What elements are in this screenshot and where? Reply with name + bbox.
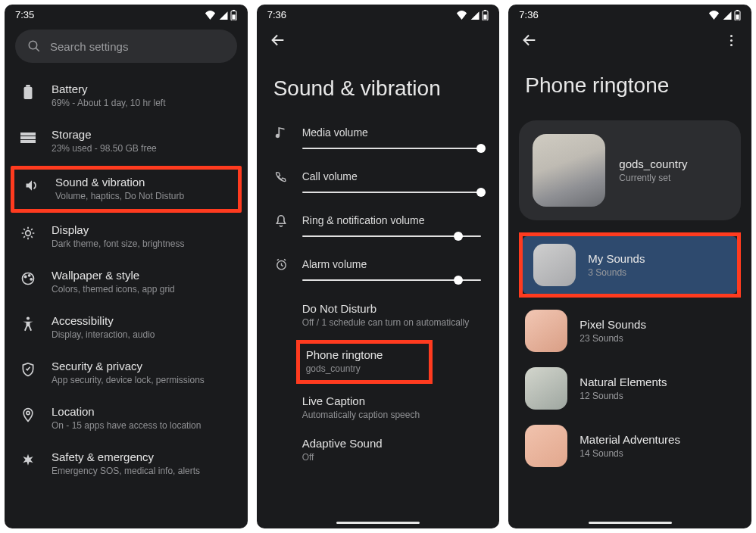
category-natural-elements[interactable]: Natural Elements12 Sounds [514,360,745,417]
emergency-icon [20,452,36,469]
status-bar: 7:35 [5,5,248,23]
live-caption-setting[interactable]: Live Caption Automatically caption speec… [257,387,500,429]
settings-item-display[interactable]: DisplayDark theme, font size, brightness [5,214,248,260]
category-my-sounds[interactable]: My Sounds3 Sounds [523,236,737,294]
svg-rect-9 [20,140,36,143]
svg-rect-1 [233,10,235,11]
volume-icon [23,177,40,194]
page-title: Sound & vibration [257,54,500,119]
category-pixel-sounds[interactable]: Pixel Sounds23 Sounds [514,302,745,360]
call-volume-slider[interactable] [302,192,482,193]
category-thumb [525,367,567,410]
ring-volume-slider[interactable] [302,235,482,237]
svg-point-3 [29,41,37,49]
wifi-icon [708,11,720,20]
alarm-volume-slider[interactable] [302,279,482,281]
svg-rect-23 [736,14,739,19]
storage-icon [20,129,36,146]
highlight-my-sounds: My Sounds3 Sounds [519,232,741,298]
svg-line-4 [36,48,39,51]
status-time: 7:36 [519,9,538,20]
nav-home-bar[interactable] [589,522,672,524]
page-title: Phone ringtone [508,54,751,116]
search-placeholder: Search settings [50,40,128,53]
highlight-sound-vibration: Sound & vibrationVolume, haptics, Do Not… [11,166,242,213]
location-icon [20,407,36,423]
overflow-menu-icon[interactable] [723,32,739,48]
settings-item-battery[interactable]: Battery69% - About 1 day, 10 hr left [5,73,248,119]
battery-icon [230,10,237,20]
status-icons [456,10,489,20]
status-icons [205,10,237,20]
battery-icon [20,84,36,101]
category-material-adventures[interactable]: Material Adventures14 Sounds [514,417,745,475]
highlight-phone-ringtone: Phone ringtone gods_country [296,340,433,384]
status-time: 7:35 [15,9,34,20]
brightness-icon [20,225,36,242]
wifi-icon [456,11,467,20]
svg-rect-22 [736,10,739,11]
dnd-setting[interactable]: Do Not Disturb Off / 1 schedule can turn… [257,295,500,337]
battery-icon [734,10,741,20]
svg-point-15 [27,316,30,319]
category-thumb [525,425,567,467]
category-thumb [525,310,567,352]
alarm-icon [275,258,289,274]
ring-volume-row[interactable]: Ring & notification volume [257,207,500,251]
back-button[interactable] [269,31,287,49]
alarm-volume-row[interactable]: Alarm volume [257,251,500,295]
signal-icon [470,11,480,20]
settings-item-accessibility[interactable]: AccessibilityDisplay, interaction, audio [5,305,248,351]
status-bar: 7:36 [257,5,500,23]
settings-item-sound[interactable]: Sound & vibrationVolume, haptics, Do Not… [23,176,229,201]
svg-rect-7 [20,132,36,136]
svg-rect-19 [484,14,487,19]
current-ringtone-card[interactable]: gods_country Currently set [519,120,741,220]
sound-vibration-screen: 7:36 Sound & vibration Media volume Call… [257,5,500,528]
wifi-icon [205,11,216,20]
accessibility-icon [20,316,36,332]
media-volume-row[interactable]: Media volume [257,119,500,163]
svg-point-14 [30,279,32,280]
svg-point-13 [29,275,30,276]
adaptive-sound-setting[interactable]: Adaptive Sound Off [257,429,500,464]
music-note-icon [275,126,289,143]
svg-rect-8 [20,136,36,139]
settings-item-storage[interactable]: Storage23% used - 98.50 GB free [5,119,248,164]
settings-item-safety[interactable]: Safety & emergencyEmergency SOS, medical… [5,441,248,487]
signal-icon [218,11,228,20]
settings-item-wallpaper[interactable]: Wallpaper & styleColors, themed icons, a… [5,260,248,305]
signal-icon [722,11,732,20]
status-bar: 7:36 [508,5,751,23]
svg-rect-5 [24,87,33,99]
svg-point-10 [26,231,31,236]
settings-main-screen: 7:35 Search settings Battery69% - About … [5,5,248,528]
battery-icon [482,10,489,20]
svg-rect-18 [484,10,486,11]
phone-icon [275,170,289,185]
shield-icon [20,361,36,378]
category-thumb [533,244,576,286]
svg-point-16 [27,411,30,414]
media-volume-slider[interactable] [302,148,482,149]
current-ringtone-thumb [533,134,605,207]
call-volume-row[interactable]: Call volume [257,163,500,207]
search-settings-input[interactable]: Search settings [15,30,237,63]
phone-ringtone-setting[interactable]: Phone ringtone gods_country [306,348,423,374]
settings-item-location[interactable]: LocationOn - 15 apps have access to loca… [5,396,248,441]
svg-rect-6 [26,85,30,87]
back-button[interactable] [520,31,539,49]
settings-item-security[interactable]: Security & privacyApp security, device l… [5,351,248,396]
nav-home-bar[interactable] [336,522,420,524]
svg-point-12 [25,276,27,277]
status-icons [708,10,741,20]
phone-ringtone-screen: 7:36 Phone ringtone gods_country Current… [508,5,751,528]
bell-icon [275,214,289,231]
palette-icon [20,270,36,287]
svg-rect-2 [232,14,235,19]
search-icon [27,39,41,53]
status-time: 7:36 [267,9,286,20]
